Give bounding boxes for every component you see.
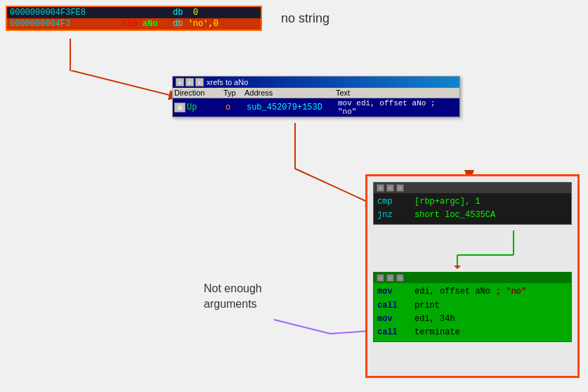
title-icon-3: ▪	[195, 78, 204, 86]
ida-code-top: cmp [rbp+argc], 1 jnz short loc_4535CA	[374, 193, 571, 224]
operand-6: terminate	[414, 326, 460, 339]
titlebar-icons: ▪ ▪ ▪	[176, 78, 204, 86]
ida-btn-5[interactable]: ▪	[386, 274, 394, 282]
col-text: Text	[336, 89, 448, 97]
xref-direction: Up	[187, 103, 226, 112]
col-address: Address	[244, 89, 336, 97]
code-line-5: mov edi, 34h	[377, 313, 568, 326]
ida-btn-2[interactable]: ▪	[386, 184, 394, 192]
xref-type: o	[226, 103, 247, 112]
ida-btn-4[interactable]: ▪	[377, 274, 384, 282]
right-panel: ▪ ▪ ▪ cmp [rbp+argc], 1 jnz short loc_45…	[365, 174, 580, 378]
no-string-label: no string	[281, 11, 329, 26]
asm-row-2: 0000000004F3FE9 aNo db 'no',0	[7, 18, 261, 30]
xrefs-title: xrefs to aNo	[207, 78, 248, 86]
operand-5: edi, 34h	[414, 313, 455, 326]
title-icon-1: ▪	[176, 78, 184, 86]
code-line-3: mov edi, offset aNo ; "no"	[377, 285, 568, 299]
col-direction: Direction	[174, 89, 223, 97]
mnem-5: mov	[377, 313, 409, 326]
mnem-6: call	[377, 326, 409, 339]
mnem-1: cmp	[377, 195, 409, 209]
ida-code-bottom: mov edi, offset aNo ; "no" call print mo…	[374, 283, 571, 341]
ida-window-top: ▪ ▪ ▪ cmp [rbp+argc], 1 jnz short loc_45…	[373, 182, 572, 225]
asm-addr-2: 0000000004F3	[10, 19, 122, 29]
xref-text: mov edi, offset aNo ; "no"	[338, 99, 458, 116]
asm-row-1: 0000000004F3FE8 db 0	[7, 7, 261, 18]
operand-2: short loc_4535CA	[414, 209, 495, 222]
xrefs-content: 🖥 Up o sub_452079+153D mov edi, offset a…	[173, 98, 459, 117]
xrefs-header: Direction Typ Address Text	[173, 88, 459, 98]
ida-btn-6[interactable]: ▪	[396, 274, 404, 282]
asm-operand-1: 0	[183, 8, 198, 18]
title-icon-2: ▪	[185, 78, 194, 86]
svg-marker-7	[454, 266, 461, 269]
xrefs-titlebar: ▪ ▪ ▪ xrefs to aNo	[173, 77, 459, 88]
xrefs-row-1[interactable]: 🖥 Up o sub_452079+153D mov edi, offset a…	[173, 98, 459, 117]
operand-1: [rbp+argc], 1	[414, 195, 481, 209]
mnem-2: jnz	[377, 209, 409, 222]
comment-1: ; "no"	[496, 285, 526, 299]
ida-titlebar-bottom: ▪ ▪ ▪	[374, 273, 571, 283]
code-line-6: call terminate	[377, 326, 568, 339]
code-line-4: call print	[377, 299, 568, 313]
mnem-3: mov	[377, 285, 409, 299]
ida-titlebar-top: ▪ ▪ ▪	[374, 183, 571, 193]
asm-top-box: 0000000004F3FE8 db 0 0000000004F3FE9 aNo…	[6, 6, 262, 31]
row-icon: 🖥	[174, 103, 185, 112]
xrefs-window[interactable]: ▪ ▪ ▪ xrefs to aNo Direction Typ Address…	[172, 76, 460, 117]
not-enough-label: Not enougharguments	[204, 281, 262, 313]
mnem-4: call	[377, 299, 409, 313]
code-line-2: jnz short loc_4535CA	[377, 209, 568, 222]
operand-4: print	[414, 299, 440, 313]
ida-window-bottom: ▪ ▪ ▪ mov edi, offset aNo ; "no" call pr…	[373, 272, 572, 342]
xref-address: sub_452079+153D	[247, 103, 338, 112]
code-line-1: cmp [rbp+argc], 1	[377, 195, 568, 209]
col-type: Typ	[223, 89, 244, 97]
operand-3: edi, offset aNo	[414, 285, 490, 299]
ida-btn-1[interactable]: ▪	[377, 184, 384, 192]
ida-btn-3[interactable]: ▪	[396, 184, 404, 192]
connector-svg	[373, 230, 573, 269]
asm-mnem-1: db	[122, 8, 183, 18]
asm-addr-1: 0000000004F3FE8	[10, 8, 122, 18]
